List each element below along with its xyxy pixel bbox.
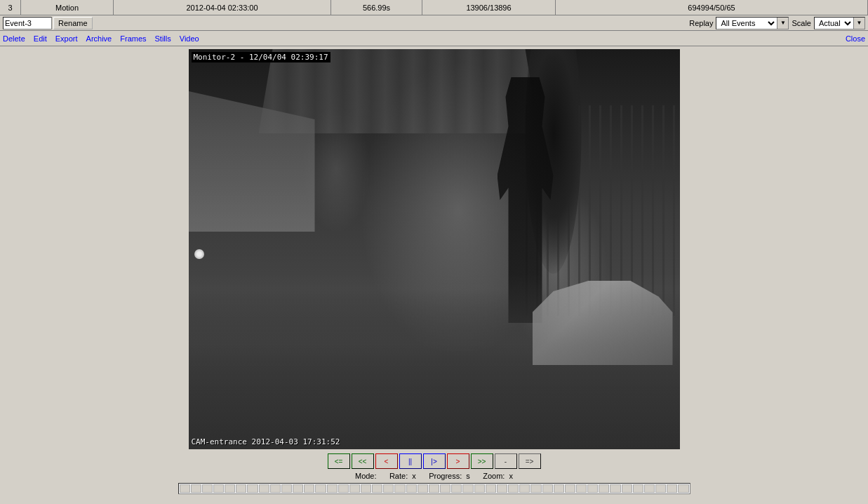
progress-tick <box>474 484 485 493</box>
progress-tick <box>383 484 394 493</box>
progress-tick <box>191 484 201 493</box>
step-backward-button[interactable]: << <box>352 453 374 469</box>
zoom-out-button[interactable]: - <box>495 453 517 469</box>
progress-tick <box>213 484 224 493</box>
progress-tick <box>225 484 235 493</box>
progress-tick <box>361 484 371 493</box>
frames-link[interactable]: Frames <box>120 34 146 43</box>
controls-area: <= << < || |> > >> - => Mode: Rate: x Pr… <box>0 449 868 497</box>
progress-tick <box>429 484 439 493</box>
zoom-label: Zoom: <box>483 472 505 480</box>
progress-tick <box>519 484 530 493</box>
progress-tick <box>293 484 303 493</box>
delete-link[interactable]: Delete <box>3 34 25 43</box>
playback-buttons: <= << < || |> > >> - => <box>328 453 541 469</box>
mode-label: Mode: <box>355 472 377 480</box>
progress-tick <box>576 484 587 493</box>
video-link[interactable]: Video <box>180 34 199 43</box>
progress-tick <box>530 484 541 493</box>
progress-tick <box>565 484 575 493</box>
rate-value: x <box>412 472 416 480</box>
replay-dropdown-wrapper[interactable]: All Events Single Event ▼ <box>716 17 789 29</box>
bottom-timestamp: CAM-entrance 2012-04-03 17:31:52 <box>192 437 340 446</box>
edit-link[interactable]: Edit <box>34 34 47 43</box>
progress-tick <box>338 484 349 493</box>
replay-dropdown-arrow[interactable]: ▼ <box>777 18 788 29</box>
event-name-input[interactable] <box>3 17 52 29</box>
replay-select[interactable]: All Events Single Event <box>716 18 777 29</box>
scale-label: Scale <box>792 19 811 27</box>
progress-tick <box>667 484 677 493</box>
progress-tick <box>497 484 507 493</box>
progress-tick <box>418 484 428 493</box>
stills-link[interactable]: Stills <box>155 34 171 43</box>
timestamp-overlay: Monitor-2 - 12/04/04 02:39:17 <box>192 52 330 62</box>
event-bar: Rename Replay All Events Single Event ▼ … <box>0 15 868 31</box>
zoom-in-button[interactable]: => <box>519 453 541 469</box>
event-type: Motion <box>21 0 114 15</box>
progress-tick <box>633 484 643 493</box>
rate-label: Rate: <box>389 472 408 480</box>
archive-link[interactable]: Archive <box>86 34 112 43</box>
progress-tick <box>462 484 473 493</box>
progress-tick <box>554 484 564 493</box>
fast-forward-button[interactable]: >> <box>471 453 493 469</box>
progress-tick <box>542 484 553 493</box>
progress-value: s <box>466 472 470 480</box>
progress-tick <box>406 484 417 493</box>
progress-tick <box>486 484 496 493</box>
progress-label: Progress: <box>429 472 462 480</box>
progress-tick <box>304 484 314 493</box>
progress-bar[interactable] <box>178 483 690 494</box>
progress-tick <box>599 484 609 493</box>
progress-tick <box>587 484 598 493</box>
pause-button[interactable]: || <box>399 453 422 469</box>
top-info-bar: 3 Motion 2012-04-04 02:33:00 566.99s 139… <box>0 0 868 15</box>
fast-backward-button[interactable]: <= <box>328 453 350 469</box>
progress-tick <box>622 484 632 493</box>
event-frames: 13906/13896 <box>422 0 556 15</box>
progress-tick <box>202 484 213 493</box>
replay-label: Replay <box>689 19 713 27</box>
progress-tick <box>270 484 281 493</box>
progress-tick <box>247 484 258 493</box>
event-size: 694994/50/65 <box>556 0 868 15</box>
progress-tick <box>349 484 360 493</box>
event-datetime: 2012-04-04 02:33:00 <box>114 0 331 15</box>
progress-tick <box>236 484 246 493</box>
scale-dropdown-wrapper[interactable]: Actual 50% 75% 125% 150% ▼ <box>814 17 865 29</box>
replay-section: Replay All Events Single Event ▼ Scale A… <box>689 17 865 29</box>
ground-effect <box>189 274 680 449</box>
progress-tick <box>315 484 326 493</box>
progress-tick <box>327 484 338 493</box>
status-line: Mode: Rate: x Progress: s Zoom: x <box>355 472 513 480</box>
rename-button[interactable]: Rename <box>53 17 93 29</box>
event-duration: 566.99s <box>331 0 422 15</box>
fast-play-button[interactable]: > <box>447 453 469 469</box>
scale-dropdown-arrow[interactable]: ▼ <box>853 18 864 29</box>
progress-tick <box>508 484 519 493</box>
progress-tick <box>440 484 450 493</box>
progress-tick <box>610 484 620 493</box>
progress-tick <box>678 484 688 493</box>
progress-tick <box>394 484 405 493</box>
action-bar: Delete Edit Export Archive Frames Stills… <box>0 31 868 46</box>
export-link[interactable]: Export <box>55 34 78 43</box>
motion-indicator <box>194 249 204 259</box>
progress-tick <box>644 484 655 493</box>
progress-tick <box>180 484 190 493</box>
scale-select[interactable]: Actual 50% 75% 125% 150% <box>815 18 853 29</box>
play-forward-button[interactable]: |> <box>423 453 446 469</box>
progress-tick <box>281 484 292 493</box>
progress-tick <box>372 484 382 493</box>
video-area: Monitor-2 - 12/04/04 02:39:17 CAM-entran… <box>0 46 868 449</box>
camera-frame: Monitor-2 - 12/04/04 02:39:17 CAM-entran… <box>189 49 680 449</box>
zoom-value: x <box>509 472 514 480</box>
progress-tick <box>655 484 666 493</box>
progress-tick <box>451 484 462 493</box>
play-backward-button[interactable]: < <box>375 453 398 469</box>
event-number: 3 <box>0 0 21 15</box>
close-link[interactable]: Close <box>846 34 865 43</box>
progress-tick <box>259 484 269 493</box>
